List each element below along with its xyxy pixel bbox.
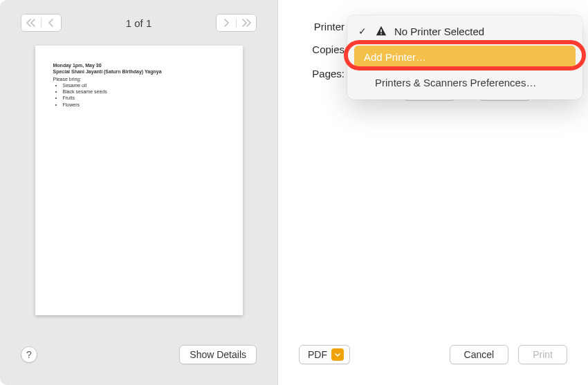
show-details-button[interactable]: Show Details bbox=[179, 345, 257, 364]
printer-dropdown-add-label: Add Printer… bbox=[364, 51, 426, 63]
printer-dropdown: ✓ No Printer Selected Add Printer… Print… bbox=[347, 15, 582, 100]
last-page-button[interactable] bbox=[237, 15, 256, 31]
dialog-footer: PDF Cancel Print bbox=[278, 331, 588, 385]
chevron-down-icon bbox=[331, 348, 344, 361]
printer-label: Printer bbox=[299, 21, 344, 32]
prev-page-button[interactable] bbox=[42, 15, 61, 31]
svg-point-1 bbox=[380, 33, 382, 35]
preview-list-item: Flowers bbox=[63, 102, 225, 108]
preview-toolbar: 1 of 1 bbox=[0, 0, 277, 39]
preview-line-1: Monday 1pm, May 30 bbox=[53, 62, 225, 68]
preview-area: Monday 1pm, May 30 Special Shani Jayanti… bbox=[0, 39, 277, 331]
pdf-label: PDF bbox=[308, 349, 327, 360]
preview-line-2: Special Shani Jayanti (Saturn Birthday) … bbox=[53, 68, 225, 75]
chevrons-left-icon bbox=[26, 19, 36, 27]
preview-footer: ? Show Details bbox=[0, 331, 277, 385]
pdf-menu-button[interactable]: PDF bbox=[299, 345, 350, 364]
preview-list-item: Sesame oil bbox=[63, 82, 225, 88]
cancel-button[interactable]: Cancel bbox=[450, 345, 509, 364]
nav-next-last bbox=[216, 14, 257, 32]
printer-dropdown-prefs[interactable]: Printers & Scanners Preferences… bbox=[347, 73, 582, 93]
chevrons-right-icon bbox=[241, 19, 251, 27]
print-button[interactable]: Print bbox=[518, 345, 567, 364]
help-button[interactable]: ? bbox=[21, 346, 37, 363]
action-buttons: Cancel Print bbox=[450, 345, 567, 364]
pages-label: Pages: bbox=[299, 66, 344, 79]
preview-pane: 1 of 1 Monday 1pm, May 30 Special Shani … bbox=[0, 0, 278, 385]
warning-icon bbox=[375, 25, 387, 37]
checkmark-icon: ✓ bbox=[357, 26, 368, 37]
chevron-left-icon bbox=[48, 19, 55, 27]
preview-line-3: Please bring: bbox=[53, 76, 225, 82]
page-preview: Monday 1pm, May 30 Special Shani Jayanti… bbox=[35, 46, 243, 315]
printer-dropdown-selected-label: No Printer Selected bbox=[394, 26, 484, 37]
preview-list: Sesame oil Black sesame seeds Fruits Flo… bbox=[53, 82, 225, 107]
printer-dropdown-selected[interactable]: ✓ No Printer Selected bbox=[347, 21, 582, 41]
printer-dropdown-add[interactable]: Add Printer… bbox=[354, 46, 576, 68]
nav-first-prev bbox=[21, 14, 62, 32]
preview-list-item: Black sesame seeds bbox=[63, 88, 225, 95]
chevron-right-icon bbox=[223, 19, 230, 27]
first-page-button[interactable] bbox=[21, 15, 41, 31]
copies-label: Copies bbox=[299, 44, 344, 55]
preview-list-item: Fruits bbox=[63, 95, 225, 101]
svg-rect-0 bbox=[380, 29, 382, 32]
printer-dropdown-prefs-label: Printers & Scanners Preferences… bbox=[375, 77, 536, 88]
page-indicator: 1 of 1 bbox=[126, 17, 152, 29]
next-page-button[interactable] bbox=[217, 15, 236, 31]
